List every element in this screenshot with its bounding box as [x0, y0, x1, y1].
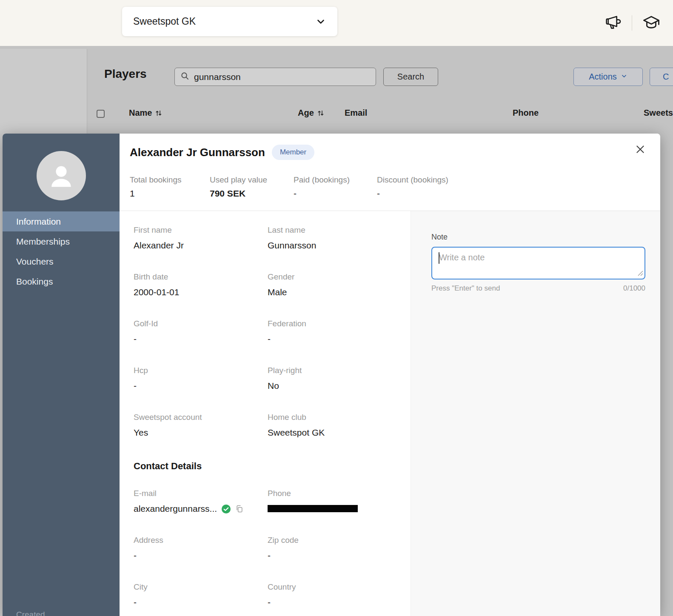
resize-handle-icon[interactable]	[638, 270, 643, 278]
note-counter: 0/1000	[623, 284, 645, 293]
field-last-name: Last name Gunnarsson	[268, 225, 411, 251]
person-icon	[46, 161, 76, 191]
note-hint: Press "Enter" to send	[431, 284, 500, 293]
club-selector-value: Sweetspot GK	[133, 16, 196, 27]
field-email: E-mail alexandergunnarss...	[134, 489, 268, 514]
field-gender: Gender Male	[268, 272, 411, 297]
verified-icon	[221, 504, 231, 514]
megaphone-icon	[605, 14, 622, 32]
field-phone: Phone	[268, 489, 411, 514]
copy-email-button[interactable]	[235, 505, 244, 513]
graduation-cap-icon	[642, 14, 661, 33]
player-information-fields: First name Alexander Jr Last name Gunnar…	[120, 211, 411, 616]
topbar-divider	[632, 15, 632, 31]
phone-redacted-bar	[268, 505, 358, 512]
field-country: Country -	[268, 582, 411, 607]
avatar	[37, 151, 86, 200]
copy-icon	[235, 505, 244, 513]
contact-details-heading: Contact Details	[134, 461, 411, 472]
close-button[interactable]	[633, 142, 647, 158]
modal-header: Alexander Jr Gunnarsson Member	[120, 134, 660, 160]
player-stats: Total bookings 1 Used play value 790 SEK…	[120, 175, 660, 199]
announcements-button[interactable]	[605, 14, 622, 32]
email-value: alexandergunnarss...	[134, 504, 217, 514]
sidebar-item-bookings[interactable]: Bookings	[3, 271, 120, 291]
player-name-title: Alexander Jr Gunnarsson	[130, 146, 265, 159]
field-home-club: Home club Sweetspot GK	[268, 413, 411, 438]
club-selector-dropdown[interactable]: Sweetspot GK	[122, 7, 337, 36]
sidebar-item-memberships[interactable]: Memberships	[3, 231, 120, 251]
modal-sidebar: Information Memberships Vouchers Booking…	[3, 134, 120, 616]
field-birth-date: Birth date 2000-01-01	[134, 272, 268, 297]
sidebar-footer-created: Created	[16, 610, 45, 616]
note-label: Note	[431, 233, 645, 242]
sidebar-item-vouchers[interactable]: Vouchers	[3, 251, 120, 271]
field-federation: Federation -	[268, 319, 411, 344]
stat-total-bookings: Total bookings 1	[130, 175, 210, 199]
field-play-right: Play-right No	[268, 366, 411, 391]
field-golf-id: Golf-Id -	[134, 319, 268, 344]
field-address: Address -	[134, 536, 268, 561]
chevron-down-icon	[315, 16, 326, 27]
modal-main: Alexander Jr Gunnarsson Member Total boo…	[120, 134, 660, 616]
field-zip-code: Zip code -	[268, 536, 411, 561]
modal-sidebar-menu: Information Memberships Vouchers Booking…	[3, 211, 120, 291]
note-input[interactable]	[431, 247, 645, 279]
note-panel: Note Press "Enter" to send 0/1000	[411, 211, 660, 616]
stat-discount-bookings: Discount (bookings) -	[377, 175, 660, 199]
player-details-modal: Information Memberships Vouchers Booking…	[3, 134, 660, 616]
field-first-name: First name Alexander Jr	[134, 225, 268, 251]
field-hcp: Hcp -	[134, 366, 268, 391]
stat-paid-bookings: Paid (bookings) -	[294, 175, 377, 199]
close-icon	[635, 150, 646, 156]
sidebar-item-information[interactable]: Information	[3, 211, 120, 231]
text-caret	[439, 252, 439, 264]
field-sweetspot-account: Sweetspot account Yes	[134, 413, 268, 438]
stat-used-play-value: Used play value 790 SEK	[210, 175, 294, 199]
academy-button[interactable]	[642, 14, 661, 33]
topbar-icons	[605, 0, 661, 46]
member-badge: Member	[272, 145, 314, 160]
field-city: City -	[134, 582, 268, 607]
modal-body: First name Alexander Jr Last name Gunnar…	[120, 211, 660, 616]
topbar: Sweetspot GK	[0, 0, 673, 46]
